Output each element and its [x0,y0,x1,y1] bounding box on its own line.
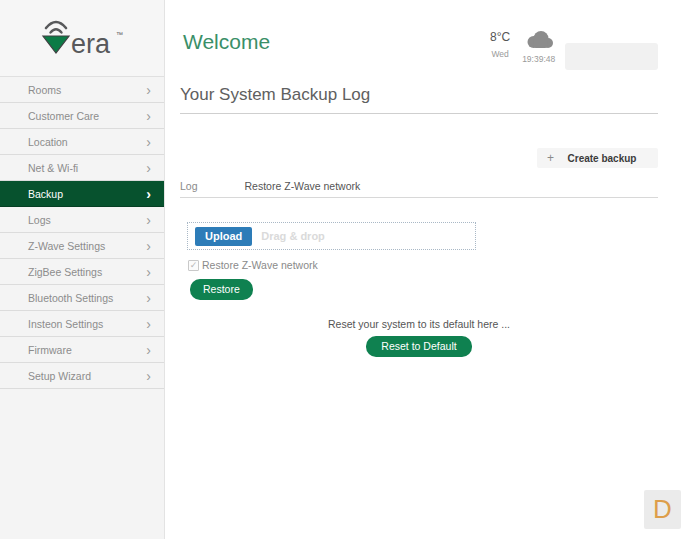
sidebar-item-net-wi-fi[interactable]: Net & Wi-fi› [0,155,164,181]
sidebar-item-label: Firmware [0,344,72,356]
sidebar-item-z-wave-settings[interactable]: Z-Wave Settings› [0,233,164,259]
sidebar-item-label: Customer Care [0,110,99,122]
sidebar-item-bluetooth-settings[interactable]: Bluetooth Settings› [0,285,164,311]
sidebar-item-label: Backup [0,188,63,200]
clock-time: 19:39:48 [522,54,555,64]
chevron-icon: › [146,291,151,305]
page-title: Your System Backup Log [180,85,370,105]
restore-zwave-checkbox-row[interactable]: ✓ Restore Z-Wave network [188,259,318,271]
green-v-triangle [43,36,69,53]
chevron-icon: › [146,135,151,149]
sidebar-item-label: Z-Wave Settings [0,240,105,252]
sidebar-item-label: Logs [0,214,51,226]
weather-widget: 8°C Wed 19:39:48 [490,30,567,64]
sidebar-item-label: Insteon Settings [0,318,103,330]
chevron-icon: › [146,369,151,383]
tab-log[interactable]: Log [180,180,198,192]
sidebar-item-label: Rooms [0,84,61,96]
chevron-icon: › [146,187,151,201]
sidebar-item-zigbee-settings[interactable]: ZigBee Settings› [0,259,164,285]
sidebar-item-backup[interactable]: Backup› [0,181,164,207]
welcome-heading: Welcome [183,30,270,54]
reset-to-default-button[interactable]: Reset to Default [366,336,471,357]
tabs-bar: Log Restore Z-Wave network [180,180,360,192]
sidebar-nav: Dashboard›Devices›Cameras›Scenes›Energy+… [0,77,164,389]
logo-trademark: ™ [116,31,123,38]
sidebar-item-location[interactable]: Location› [0,129,164,155]
restore-checkbox-label: Restore Z-Wave network [202,259,318,271]
create-backup-button[interactable]: + Create backup [537,148,658,168]
wifi-arc-inner [51,29,62,32]
vera-logo-mark: era ™ [38,15,126,61]
sidebar: era ™ Dashboard›Devices›Cameras›Scenes›E… [0,0,165,539]
sidebar-item-label: Bluetooth Settings [0,292,113,304]
sidebar-item-label: Location [0,136,68,148]
cloud-block: 19:39:48 [522,30,555,64]
main-content: Welcome 8°C Wed 19:39:48 Your System Bac… [165,0,690,539]
sidebar-item-rooms[interactable]: Rooms› [0,77,164,103]
logo-text-era: era [71,29,111,59]
weekday-label: Wed [490,49,510,59]
wifi-arc-outer [46,22,66,28]
create-backup-label: Create backup [554,153,658,164]
chevron-icon: › [146,161,151,175]
reset-section: Reset your system to its default here ..… [180,318,658,357]
restore-button[interactable]: Restore [190,279,253,300]
tabs-divider [180,197,658,198]
sidebar-item-label: ZigBee Settings [0,266,102,278]
chevron-icon: › [146,83,151,97]
temperature-value: 8°C [490,30,510,44]
sidebar-item-insteon-settings[interactable]: Insteon Settings› [0,311,164,337]
cloud-icon [524,30,554,49]
chevron-icon: › [146,343,151,357]
chevron-icon: › [146,317,151,331]
sidebar-item-label: Net & Wi-fi [0,162,78,174]
chevron-icon: › [146,213,151,227]
tab-restore-zwave-network[interactable]: Restore Z-Wave network [245,180,361,192]
temperature-block: 8°C Wed [490,30,510,59]
upload-dropzone[interactable]: Upload Drag & drop [187,222,476,250]
sidebar-item-logs[interactable]: Logs› [0,207,164,233]
sidebar-item-setup-wizard[interactable]: Setup Wizard› [0,363,164,389]
drag-drop-hint: Drag & drop [261,230,325,242]
title-divider [180,113,658,114]
sidebar-item-label: Setup Wizard [0,370,91,382]
plus-icon: + [547,151,554,165]
vera-logo: era ™ [0,0,164,77]
debug-badge[interactable]: D [644,490,681,529]
chevron-icon: › [146,109,151,123]
account-placeholder[interactable] [565,43,658,70]
sidebar-item-firmware[interactable]: Firmware› [0,337,164,363]
reset-instruction-text: Reset your system to its default here ..… [180,318,658,330]
chevron-icon: › [146,265,151,279]
sidebar-item-customer-care[interactable]: Customer Care› [0,103,164,129]
checkbox-icon[interactable]: ✓ [188,260,199,271]
upload-button[interactable]: Upload [195,227,252,246]
chevron-icon: › [146,239,151,253]
